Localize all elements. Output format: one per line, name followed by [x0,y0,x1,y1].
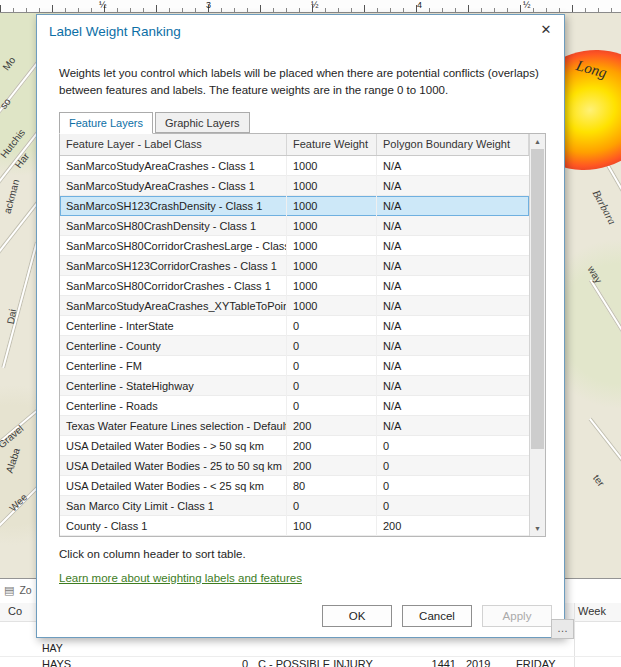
ruler: ½ 3 ½ 4 ½ [0,0,621,13]
apply-button[interactable]: Apply [482,605,552,627]
cell-feature-weight: 0 [287,356,377,376]
cell-feature-weight: 200 [287,456,377,476]
ruler-mark: ½ [523,0,531,10]
scroll-down-icon[interactable]: ▼ [530,521,545,536]
table-row[interactable]: Centerline - County0N/A [60,336,529,356]
cell-day: FRIDAY [516,658,556,667]
ruler-mark: 4 [417,0,422,10]
map-road [588,418,621,523]
cell-county-partial: HAY [42,642,63,654]
cell-label-class: Centerline - FM [60,356,287,376]
close-icon[interactable]: ✕ [536,20,556,40]
scroll-up-icon[interactable]: ▲ [530,134,545,149]
scrollbar-thumb[interactable] [531,149,544,449]
cell-severity: C - POSSIBLE INJURY [258,658,373,667]
table-row[interactable]: Centerline - Roads0N/A [60,396,529,416]
cell-polygon-boundary-weight: N/A [377,376,529,396]
table-row[interactable]: San Marco City Limit - Class 100 [60,496,529,516]
column-header-label-class[interactable]: Feature Layer - Label Class [60,134,287,155]
map-label-mo: Mo [0,55,17,73]
cell-label-class: USA Detailed Water Bodies - > 50 sq km [60,436,287,456]
cell-time: 1441 [422,658,456,667]
cell-feature-weight: 100 [287,516,377,536]
table-overflow-box: … [551,619,574,639]
cell-label-class: USA Detailed Water Bodies - 25 to 50 sq … [60,456,287,476]
column-header-week[interactable]: Week [578,605,606,617]
table-row[interactable]: Centerline - StateHighway0N/A [60,376,529,396]
list-icon[interactable]: ▤ [4,584,14,597]
table-row[interactable]: USA Detailed Water Bodies - < 25 sq km80… [60,476,529,496]
cell-polygon-boundary-weight: N/A [377,236,529,256]
table-row[interactable]: USA Detailed Water Bodies - 25 to 50 sq … [60,456,529,476]
attribute-toolbar: ▤ Zo [4,582,32,598]
table-row[interactable]: USA Detailed Water Bodies - > 50 sq km20… [60,436,529,456]
map-label-alaba: Alaba [4,447,22,475]
table-row[interactable]: SanMarcoSH80CorridorCrashes - Class 1100… [60,276,529,296]
column-header-co[interactable]: Co [8,605,22,617]
cell-label-class: USA Detailed Water Bodies - < 25 sq km [60,476,287,496]
table-row[interactable]: SanMarcoStudyAreaCrashes - Class 11000N/… [60,176,529,196]
cell-label-class: San Marco City Limit - Class 1 [60,496,287,516]
table-row[interactable]: SanMarcoSH123CrashDensity - Class 11000N… [60,196,529,216]
cell-feature-weight: 80 [287,476,377,496]
zoom-label[interactable]: Zo [19,584,31,596]
cell-label-class: SanMarcoSH123CrashDensity - Class 1 [60,196,287,216]
cell-label-class: SanMarcoSH80CorridorCrashes - Class 1 [60,276,287,296]
cell-label-class: Centerline - Roads [60,396,287,416]
cell-feature-weight: 0 [287,376,377,396]
table-row[interactable]: HAYS 0 C - POSSIBLE INJURY 1441 2019 FRI… [0,656,621,667]
learn-more-link[interactable]: Learn more about weighting labels and fe… [59,572,302,584]
cell-polygon-boundary-weight: N/A [377,356,529,376]
cell-polygon-boundary-weight: N/A [377,156,529,176]
table-row[interactable]: SanMarcoSH80CorridorCrashesLarge - Class… [60,236,529,256]
table-row[interactable]: SanMarcoSH80CrashDensity - Class 11000N/… [60,216,529,236]
cell-polygon-boundary-weight: N/A [377,296,529,316]
cell-feature-weight: 0 [287,496,377,516]
cell-value: 0 [224,658,248,667]
table-row[interactable]: HAY [0,642,621,655]
ok-button[interactable]: OK [322,605,392,627]
tab-graphic-layers[interactable]: Graphic Layers [155,112,250,133]
tab-feature-layers[interactable]: Feature Layers [59,112,153,134]
cell-polygon-boundary-weight: N/A [377,196,529,216]
map-label-way: way [586,264,605,285]
cell-feature-weight: 1000 [287,296,377,316]
cell-polygon-boundary-weight: 0 [377,436,529,456]
cell-label-class: Centerline - County [60,336,287,356]
table-row[interactable]: SanMarcoStudyAreaCrashes - Class 11000N/… [60,156,529,176]
cell-label-class: Centerline - InterState [60,316,287,336]
table-row[interactable]: Texas Water Feature Lines selection - De… [60,416,529,436]
table-row[interactable]: Centerline - FM0N/A [60,356,529,376]
table-row[interactable]: SanMarcoSH123CorridorCrashes - Class 110… [60,256,529,276]
map-label-ackman: ackman [2,178,22,215]
table-row[interactable]: County - Class 1100200 [60,516,529,536]
cell-feature-weight: 200 [287,436,377,456]
map-road [589,279,621,391]
map-label-ter: ter [591,473,607,489]
cell-label-class: SanMarcoStudyAreaCrashes_XYTableToPoint [60,296,287,316]
cell-feature-weight: 0 [287,396,377,416]
label-weight-ranking-dialog: Label Weight Ranking ✕ Weights let you c… [36,14,565,638]
cell-label-class: Texas Water Feature Lines selection - De… [60,416,287,436]
cell-polygon-boundary-weight: 200 [377,516,529,536]
cell-feature-weight: 1000 [287,156,377,176]
table-row[interactable]: SanMarcoStudyAreaCrashes_XYTableToPoint1… [60,296,529,316]
cell-feature-weight: 1000 [287,276,377,296]
cell-label-class: SanMarcoSH80CrashDensity - Class 1 [60,216,287,236]
cancel-button[interactable]: Cancel [402,605,472,627]
cell-label-class: Centerline - StateHighway [60,376,287,396]
dialog-buttons: OK Cancel Apply [322,605,552,627]
column-header-polygon-boundary-weight[interactable]: Polygon Boundary Weight [377,134,529,155]
tab-strip: Feature Layers Graphic Layers [59,112,252,133]
dialog-description: Weights let you control which labels wil… [59,65,546,98]
cell-polygon-boundary-weight: N/A [377,216,529,236]
cell-label-class: County - Class 1 [60,516,287,536]
cell-polygon-boundary-weight: N/A [377,336,529,356]
column-header-feature-weight[interactable]: Feature Weight [287,134,377,155]
cell-label-class: SanMarcoSH123CorridorCrashes - Class 1 [60,256,287,276]
table-row[interactable]: Centerline - InterState0N/A [60,316,529,336]
cell-county: HAYS [42,658,71,667]
map-label-har: Har [13,151,32,170]
cell-label-class: SanMarcoSH80CorridorCrashesLarge - Class… [60,236,287,256]
table-scrollbar[interactable]: ▲ ▼ [529,134,545,536]
